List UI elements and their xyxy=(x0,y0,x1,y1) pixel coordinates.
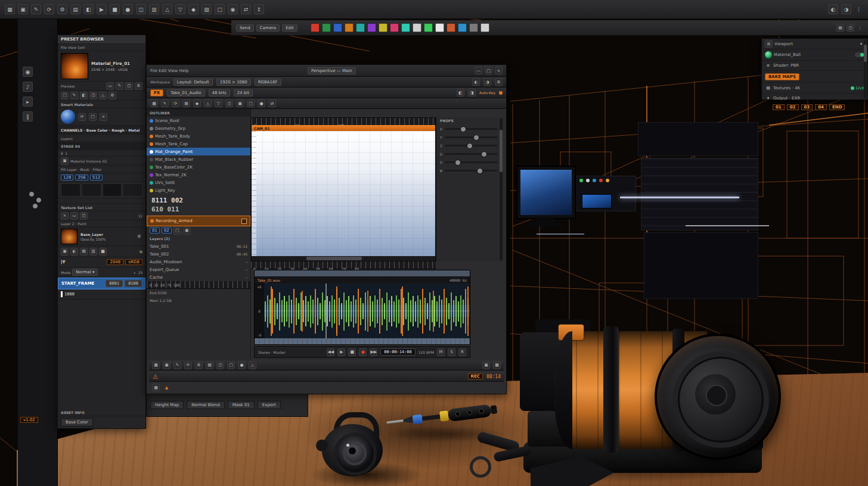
toolbar-icon[interactable]: ◐ xyxy=(828,4,838,14)
edit-button[interactable]: Edit xyxy=(282,24,297,32)
tree-item[interactable]: UVs_Set0 xyxy=(147,179,250,186)
material-sphere[interactable] xyxy=(61,110,75,124)
tree-item[interactable]: Light_Key xyxy=(147,186,250,194)
split-icon[interactable]: ◫ xyxy=(225,99,233,107)
color-tool-icon[interactable] xyxy=(401,23,410,32)
viewport-canvas[interactable] xyxy=(252,131,435,256)
prop-slider[interactable] xyxy=(445,153,497,155)
textures-row[interactable]: ▤ Textures · 4K Live xyxy=(762,83,867,94)
color-tool-icon[interactable] xyxy=(447,23,455,32)
solo-toggle[interactable]: S xyxy=(448,348,455,356)
colorspace-badge[interactable]: sRGB xyxy=(125,259,142,265)
filmstrip-frame[interactable] xyxy=(61,183,80,197)
window-titlebar[interactable]: File Edit View Help Perspective — Main —… xyxy=(147,65,506,77)
color-tool-icon[interactable] xyxy=(311,23,320,32)
take-row[interactable]: Take_00200:45 xyxy=(147,250,250,258)
square-icon[interactable]: □ xyxy=(173,227,181,235)
chevron-down-icon[interactable]: ▾ xyxy=(765,95,771,101)
half-circle-icon[interactable]: ◐ xyxy=(70,248,78,256)
armed-row[interactable]: Recording_Armed xyxy=(147,216,250,226)
overflow-menu-icon[interactable]: ⋮ xyxy=(857,24,863,31)
monitor-output-icon[interactable]: ◉ xyxy=(23,67,33,77)
toolbar-icon[interactable]: ◑ xyxy=(841,4,851,14)
toolbar-icon[interactable]: ◉ xyxy=(228,4,238,14)
format-dropdown[interactable]: RGBA16F xyxy=(255,79,281,86)
rows-icon[interactable]: ▤ xyxy=(206,362,213,369)
layer2-row[interactable]: Layer 2 · Paint xyxy=(58,220,145,228)
half-circle-icon[interactable]: ◑ xyxy=(483,78,491,86)
tab-export[interactable]: Export xyxy=(258,401,281,409)
grid-icon[interactable]: ▦ xyxy=(150,99,158,107)
toggle-switch[interactable] xyxy=(855,52,864,57)
tab-normal-blend[interactable]: Normal Blend xyxy=(187,401,225,409)
triangle-up-icon[interactable]: △ xyxy=(204,99,212,107)
toolbar-icon[interactable]: ◆ xyxy=(188,4,199,14)
toolbar-icon[interactable]: ▧ xyxy=(202,4,212,14)
color-tool-icon[interactable] xyxy=(356,23,365,32)
frame-icon[interactable]: ▭ xyxy=(70,212,78,220)
toolbar-icon[interactable]: ↕ xyxy=(254,4,264,14)
refresh-icon[interactable]: ⟳ xyxy=(78,113,86,121)
bake-maps-button[interactable]: BAKE MAPS xyxy=(765,73,799,80)
toolbar-icon[interactable]: ◫ xyxy=(847,24,854,32)
toolbar-icon[interactable]: ⇄ xyxy=(241,4,251,14)
samplerate-field[interactable]: 48 kHz xyxy=(209,89,230,96)
toolbar-icon[interactable]: △ xyxy=(162,4,172,14)
toolbar-icon[interactable]: ▤ xyxy=(836,24,844,32)
size-badge[interactable]: 2048 xyxy=(107,259,123,265)
resolution-chip[interactable]: 512 xyxy=(90,175,103,180)
stop-icon[interactable]: ■ xyxy=(348,348,356,356)
channel-chip[interactable]: 02 xyxy=(162,228,172,233)
color-tool-icon[interactable] xyxy=(435,23,444,32)
grid-icon[interactable]: ▦ xyxy=(152,384,160,391)
fx-button[interactable]: FX xyxy=(150,89,163,96)
material-ball-row[interactable]: Material_Ball xyxy=(762,49,867,61)
toolbar-icon[interactable]: ▦ xyxy=(5,4,15,14)
split-icon[interactable]: ◫ xyxy=(80,212,88,220)
toolbar-icon[interactable]: □ xyxy=(215,4,225,14)
tab-base-color[interactable]: Base Color xyxy=(61,418,93,426)
frame-chip[interactable]: 04 xyxy=(815,104,827,110)
base-layer-row[interactable]: Base_Layer Opacity 100% ⚙ xyxy=(58,228,145,246)
square-icon[interactable]: □ xyxy=(61,92,69,99)
minimize-icon[interactable]: — xyxy=(475,67,482,74)
pencil-icon[interactable]: ✎ xyxy=(116,82,123,90)
toolbar-icon[interactable]: ◧ xyxy=(83,4,94,14)
tree-item[interactable]: Scene_Root xyxy=(147,117,250,124)
pause-icon[interactable]: ∥ xyxy=(23,111,33,122)
audio-icon[interactable]: ♪ xyxy=(23,82,33,92)
tree-item[interactable]: Mat_Black_Rubber xyxy=(147,155,250,163)
frame-icon[interactable]: ▭ xyxy=(106,82,114,90)
toolbar-icon[interactable]: ● xyxy=(123,4,133,14)
refresh-icon[interactable]: ⟳ xyxy=(172,99,179,107)
tree-item[interactable]: Tex_BaseColor_2K xyxy=(147,163,250,171)
color-tool-icon[interactable] xyxy=(458,23,467,32)
play-icon[interactable]: ▶ xyxy=(337,348,345,356)
prop-slider[interactable] xyxy=(445,136,497,138)
play-icon[interactable]: ▸ xyxy=(23,96,33,107)
half-circle-icon[interactable]: ◐ xyxy=(472,78,480,86)
square-icon[interactable]: □ xyxy=(227,362,235,369)
send-button[interactable]: Send xyxy=(236,24,254,32)
fill-row[interactable]: Fill Layer · Mask · Filter xyxy=(58,166,145,173)
box-icon[interactable]: ▣ xyxy=(236,99,244,107)
split-icon[interactable]: ◫ xyxy=(216,362,224,369)
bars-icon[interactable]: ▥ xyxy=(89,248,97,256)
color-tool-icon[interactable] xyxy=(413,23,421,32)
color-tool-icon[interactable] xyxy=(367,23,376,32)
pencil-icon[interactable]: ✎ xyxy=(70,92,78,99)
toolbar-icon[interactable]: ▽ xyxy=(175,4,185,14)
gear-icon[interactable]: ⚙ xyxy=(195,362,203,369)
grid-icon[interactable]: ▦ xyxy=(152,362,160,369)
bitdepth-field[interactable]: 24 bit xyxy=(234,89,253,96)
color-tool-icon[interactable] xyxy=(333,23,342,32)
tree-item-selected[interactable]: Mat_Orange_Paint xyxy=(147,148,250,155)
record-icon[interactable]: ● xyxy=(359,348,367,356)
record-icon[interactable]: ● xyxy=(238,362,246,369)
toolbar-icon[interactable]: ▥ xyxy=(149,4,159,14)
panel-scrollbar[interactable] xyxy=(864,40,867,98)
filmstrip-frame[interactable] xyxy=(103,183,122,197)
square-icon[interactable]: ▣ xyxy=(183,227,191,235)
material-thumbnail-row[interactable]: Material_Fire_01 2048 × 2048 · sRGB xyxy=(58,51,145,82)
gear-icon[interactable]: ⚙ xyxy=(495,78,503,86)
